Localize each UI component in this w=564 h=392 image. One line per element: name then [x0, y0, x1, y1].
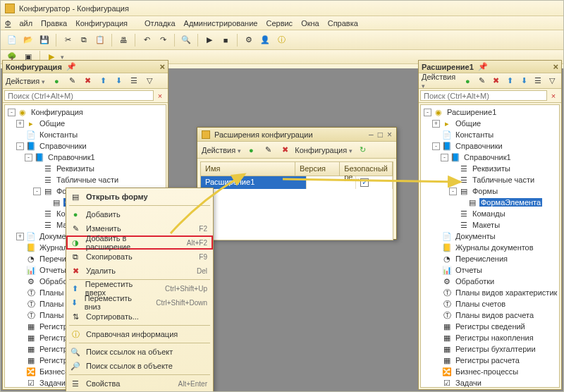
ctx-edit[interactable]: ✎ИзменитьF2 — [66, 221, 213, 235]
config-dropdown[interactable]: Конфигурация ▾ — [295, 146, 352, 154]
ctx-open-form[interactable]: ▤Открыть форму — [66, 190, 213, 204]
tree-row[interactable]: 📊 Отчеты — [421, 264, 559, 276]
tree-toggle-icon[interactable]: + — [16, 233, 24, 240]
tree-row[interactable]: 📄 Константы — [421, 129, 559, 140]
menu-service[interactable]: Сервис — [266, 19, 293, 27]
menu-debug[interactable]: Отладка — [145, 19, 175, 27]
col-version[interactable]: Версия — [295, 162, 340, 176]
tree-row[interactable]: - 📘 Справочник1 — [421, 152, 559, 163]
ctx-sort[interactable]: ⇅Сортировать... — [66, 310, 213, 324]
save-icon[interactable]: 💾 — [37, 33, 51, 47]
tree-toggle-icon[interactable]: + — [16, 120, 24, 128]
tree-row[interactable]: - 📘 Справочники — [5, 140, 166, 152]
tree-row[interactable]: 📄 Константы — [5, 129, 166, 140]
search-input[interactable] — [4, 90, 154, 101]
undo-icon[interactable]: ↶ — [140, 33, 154, 47]
cut-icon[interactable]: ✂ — [61, 33, 75, 47]
pin-icon[interactable]: 📌 — [478, 62, 488, 71]
grid-row[interactable]: Расширение1 — [201, 176, 393, 189]
tree-toggle-icon[interactable]: - — [424, 109, 431, 116]
ctx-ref-info[interactable]: ⓘСправочная информация — [66, 327, 213, 341]
tree-row[interactable]: - ◉ Расширение1 — [421, 106, 559, 118]
search-input[interactable] — [420, 90, 547, 101]
delete-icon[interactable]: ✖ — [80, 74, 94, 88]
tree-row[interactable]: - ▤ Формы — [421, 185, 559, 197]
edit-pencil-icon[interactable]: ✎ — [261, 143, 275, 157]
delete-icon[interactable]: ✖ — [489, 74, 502, 88]
ctx-copy[interactable]: ⧉СкопироватьF9 — [66, 250, 213, 264]
ctx-delete[interactable]: ✖УдалитьDel — [66, 264, 213, 278]
tree-row[interactable]: ☰ Макеты — [421, 219, 559, 231]
tree-toggle-icon[interactable]: - — [441, 154, 448, 161]
tree-row[interactable]: Ⓣ Планы видов характеристик — [421, 287, 559, 298]
search-icon[interactable]: 🔍 — [179, 33, 193, 47]
menu-config[interactable]: Конфигурация — [75, 19, 136, 27]
down-icon[interactable]: ⬇ — [111, 74, 125, 88]
redo-icon[interactable]: ↷ — [156, 33, 170, 47]
props-icon[interactable]: ☰ — [127, 74, 141, 88]
up-icon[interactable]: ⬆ — [503, 74, 516, 88]
safe-checkbox[interactable] — [360, 178, 369, 187]
actions-dropdown[interactable]: Действия ▾ — [202, 146, 241, 154]
col-safe[interactable]: Безопасный ре... — [340, 162, 393, 176]
add-icon[interactable]: ● — [244, 143, 258, 157]
up-icon[interactable]: ⬆ — [96, 74, 110, 88]
settings-icon[interactable]: ⚙ — [242, 33, 256, 47]
ctx-move-up[interactable]: ⬆Переместить вверхCtrl+Shift+Up — [66, 281, 213, 295]
tree-row[interactable]: ⚙ Обработки — [421, 276, 559, 287]
down-icon[interactable]: ⬇ — [517, 74, 530, 88]
open-icon[interactable]: 📂 — [21, 33, 35, 47]
ctx-move-down[interactable]: ⬇Переместить внизCtrl+Shift+Down — [66, 295, 213, 310]
new-icon[interactable]: 📄 — [5, 33, 19, 47]
props-icon[interactable]: ☰ — [532, 74, 544, 88]
pin-icon[interactable]: 📌 — [66, 62, 76, 71]
extension-tree[interactable]: - ◉ Расширение1 + ▸ Общие 📄 Константы - … — [420, 104, 560, 388]
tree-toggle-icon[interactable]: - — [25, 154, 32, 161]
menu-help[interactable]: Справка — [328, 19, 358, 27]
tree-toggle-icon[interactable]: + — [432, 120, 440, 128]
ctx-properties[interactable]: ☰СвойстваAlt+Enter — [66, 376, 213, 391]
ctx-find-ref-to[interactable]: 🔍Поиск ссылок на объект — [66, 345, 213, 359]
tree-row[interactable]: ▦ Регистры расчета — [421, 355, 559, 366]
tree-row[interactable]: 🔀 Бизнес-процессы — [421, 366, 559, 377]
tree-row[interactable]: ▦ Регистры накопления — [421, 332, 559, 343]
tree-row[interactable]: Ⓣ Планы счетов — [421, 298, 559, 310]
copy-icon[interactable]: ⧉ — [77, 33, 91, 47]
tree-toggle-icon[interactable]: - — [449, 188, 457, 195]
tree-row[interactable]: ☰ Табличные части — [421, 174, 559, 185]
ctx-find-ref-in[interactable]: 🔎Поиск ссылок в объекте — [66, 359, 213, 373]
tree-row[interactable]: ▦ Регистры сведений — [421, 321, 559, 332]
tree-row[interactable]: Ⓣ Планы видов расчета — [421, 310, 559, 321]
tree-row[interactable]: 📒 Журналы документов — [421, 242, 559, 253]
clear-search-icon[interactable]: × — [547, 90, 560, 101]
tree-row[interactable]: ◔ Перечисления — [421, 253, 559, 264]
tree-row[interactable]: ☰ Реквизиты — [5, 163, 166, 174]
menu-windows[interactable]: Окна — [301, 19, 319, 27]
tree-toggle-icon[interactable]: - — [16, 142, 24, 150]
tree-row[interactable]: ☑ Задачи — [421, 377, 559, 388]
minimize-icon[interactable]: – — [369, 130, 374, 140]
add-icon[interactable]: ● — [461, 74, 474, 88]
help-icon[interactable]: ⓘ — [274, 33, 288, 47]
menu-admin[interactable]: Администрирование — [184, 19, 258, 27]
tree-row[interactable]: + ▸ Общие — [421, 118, 559, 129]
close-icon[interactable]: × — [159, 61, 165, 72]
tree-row[interactable]: ☰ Реквизиты — [421, 163, 559, 174]
tree-toggle-icon[interactable]: - — [33, 188, 41, 195]
add-icon[interactable]: ● — [49, 74, 63, 88]
tree-row[interactable]: ▦ Регистры бухгалтерии — [421, 343, 559, 355]
menu-file[interactable]: Файл — [5, 19, 32, 27]
tree-row[interactable]: 📄 Документы — [421, 231, 559, 242]
edit-pencil-icon[interactable]: ✎ — [475, 74, 488, 88]
close-icon[interactable]: × — [387, 130, 392, 140]
tree-row[interactable]: - 📘 Справочники — [421, 140, 559, 152]
users-icon[interactable]: 👤 — [258, 33, 272, 47]
filter-icon[interactable]: ▽ — [546, 74, 558, 88]
tree-row[interactable]: ☰ Табличные части — [5, 174, 166, 185]
maximize-icon[interactable]: □ — [378, 130, 383, 140]
dbg-start-icon[interactable]: ▶ — [202, 33, 216, 47]
filter-icon[interactable]: ▽ — [142, 74, 157, 88]
actions-dropdown[interactable]: Действия ▾ — [6, 77, 45, 85]
tree-row[interactable]: + ▸ Общие — [5, 118, 166, 129]
delete-icon[interactable]: ✖ — [278, 143, 292, 157]
